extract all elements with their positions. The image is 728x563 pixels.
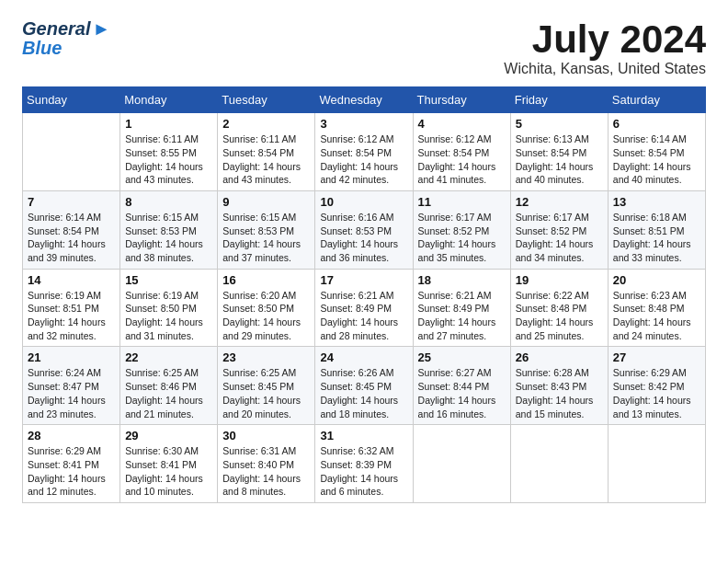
sunrise-text: Sunrise: 6:12 AM bbox=[320, 132, 407, 146]
daylight-text: Daylight: 14 hours and 35 minutes. bbox=[418, 237, 506, 264]
brand-general-text: General bbox=[22, 18, 90, 40]
sunrise-text: Sunrise: 6:31 AM bbox=[222, 444, 310, 458]
sunrise-text: Sunrise: 6:15 AM bbox=[222, 211, 310, 224]
daylight-text: Daylight: 14 hours and 20 minutes. bbox=[222, 394, 310, 420]
daylight-text: Daylight: 14 hours and 21 minutes. bbox=[125, 394, 212, 420]
daylight-text: Daylight: 14 hours and 18 minutes. bbox=[320, 394, 407, 420]
day-info: Sunrise: 6:20 AMSunset: 8:50 PMDaylight:… bbox=[222, 289, 310, 343]
calendar-cell: 19Sunrise: 6:22 AMSunset: 8:48 PMDayligh… bbox=[510, 269, 608, 347]
sunset-text: Sunset: 8:52 PM bbox=[418, 224, 506, 238]
sunrise-text: Sunrise: 6:32 AM bbox=[320, 444, 407, 458]
daylight-text: Daylight: 14 hours and 37 minutes. bbox=[222, 237, 310, 264]
sunrise-text: Sunrise: 6:14 AM bbox=[613, 132, 700, 146]
day-info: Sunrise: 6:27 AMSunset: 8:44 PMDaylight:… bbox=[418, 366, 506, 420]
sunrise-text: Sunrise: 6:25 AM bbox=[125, 366, 212, 380]
daylight-text: Daylight: 14 hours and 39 minutes. bbox=[28, 237, 115, 264]
calendar-cell: 23Sunrise: 6:25 AMSunset: 8:45 PMDayligh… bbox=[218, 347, 315, 425]
day-info: Sunrise: 6:26 AMSunset: 8:45 PMDaylight:… bbox=[320, 366, 407, 420]
day-number: 18 bbox=[418, 273, 506, 287]
daylight-text: Daylight: 14 hours and 16 minutes. bbox=[418, 394, 506, 420]
sunrise-text: Sunrise: 6:14 AM bbox=[28, 211, 115, 224]
day-number: 26 bbox=[516, 350, 603, 364]
day-info: Sunrise: 6:32 AMSunset: 8:39 PMDaylight:… bbox=[320, 444, 407, 499]
calendar-cell: 1Sunrise: 6:11 AMSunset: 8:55 PMDaylight… bbox=[120, 113, 218, 191]
column-header-friday: Friday bbox=[510, 87, 608, 113]
day-number: 12 bbox=[516, 195, 603, 209]
sunset-text: Sunset: 8:45 PM bbox=[222, 380, 310, 394]
sunrise-text: Sunrise: 6:22 AM bbox=[516, 289, 603, 303]
day-info: Sunrise: 6:21 AMSunset: 8:49 PMDaylight:… bbox=[418, 289, 506, 343]
daylight-text: Daylight: 14 hours and 43 minutes. bbox=[222, 160, 310, 187]
day-info: Sunrise: 6:11 AMSunset: 8:54 PMDaylight:… bbox=[222, 132, 310, 187]
day-number: 15 bbox=[125, 273, 212, 287]
day-number: 6 bbox=[613, 117, 700, 131]
calendar-week-row: 14Sunrise: 6:19 AMSunset: 8:51 PMDayligh… bbox=[23, 269, 706, 347]
day-info: Sunrise: 6:13 AMSunset: 8:54 PMDaylight:… bbox=[516, 132, 603, 187]
day-info: Sunrise: 6:16 AMSunset: 8:53 PMDaylight:… bbox=[320, 211, 407, 265]
day-number: 11 bbox=[418, 195, 506, 209]
sunset-text: Sunset: 8:53 PM bbox=[125, 224, 212, 238]
day-number: 3 bbox=[320, 117, 407, 131]
sunrise-text: Sunrise: 6:11 AM bbox=[125, 132, 212, 146]
daylight-text: Daylight: 14 hours and 40 minutes. bbox=[613, 160, 700, 187]
sunset-text: Sunset: 8:45 PM bbox=[320, 380, 407, 394]
calendar-cell: 31Sunrise: 6:32 AMSunset: 8:39 PMDayligh… bbox=[315, 425, 413, 503]
calendar-cell: 25Sunrise: 6:27 AMSunset: 8:44 PMDayligh… bbox=[413, 347, 510, 425]
daylight-text: Daylight: 14 hours and 27 minutes. bbox=[418, 316, 506, 342]
sunrise-text: Sunrise: 6:19 AM bbox=[125, 289, 212, 303]
sunrise-text: Sunrise: 6:21 AM bbox=[418, 289, 506, 303]
daylight-text: Daylight: 14 hours and 36 minutes. bbox=[320, 237, 407, 264]
day-info: Sunrise: 6:18 AMSunset: 8:51 PMDaylight:… bbox=[613, 211, 700, 265]
daylight-text: Daylight: 14 hours and 31 minutes. bbox=[125, 316, 212, 342]
day-number: 19 bbox=[516, 273, 603, 287]
daylight-text: Daylight: 14 hours and 12 minutes. bbox=[28, 472, 115, 499]
sunrise-text: Sunrise: 6:11 AM bbox=[222, 132, 310, 146]
column-header-wednesday: Wednesday bbox=[315, 87, 413, 113]
calendar-cell: 6Sunrise: 6:14 AMSunset: 8:54 PMDaylight… bbox=[608, 113, 705, 191]
calendar-cell: 22Sunrise: 6:25 AMSunset: 8:46 PMDayligh… bbox=[120, 347, 218, 425]
calendar-cell: 11Sunrise: 6:17 AMSunset: 8:52 PMDayligh… bbox=[413, 190, 510, 269]
sunset-text: Sunset: 8:53 PM bbox=[222, 224, 310, 238]
calendar-cell: 18Sunrise: 6:21 AMSunset: 8:49 PMDayligh… bbox=[413, 269, 510, 347]
sunset-text: Sunset: 8:54 PM bbox=[418, 146, 506, 160]
sunset-text: Sunset: 8:51 PM bbox=[28, 302, 115, 316]
calendar-cell: 10Sunrise: 6:16 AMSunset: 8:53 PMDayligh… bbox=[315, 190, 413, 269]
calendar-cell: 29Sunrise: 6:30 AMSunset: 8:41 PMDayligh… bbox=[120, 425, 218, 503]
sunrise-text: Sunrise: 6:25 AM bbox=[222, 366, 310, 380]
brand-arrow-icon: ► bbox=[92, 18, 110, 40]
sunrise-text: Sunrise: 6:29 AM bbox=[28, 444, 115, 458]
sunrise-text: Sunrise: 6:18 AM bbox=[613, 211, 700, 224]
sunset-text: Sunset: 8:48 PM bbox=[613, 302, 700, 316]
day-number: 29 bbox=[125, 429, 212, 442]
sunrise-text: Sunrise: 6:20 AM bbox=[222, 289, 310, 303]
sunset-text: Sunset: 8:54 PM bbox=[516, 146, 603, 160]
sunset-text: Sunset: 8:54 PM bbox=[320, 146, 407, 160]
day-number: 22 bbox=[125, 350, 212, 364]
sunset-text: Sunset: 8:46 PM bbox=[125, 380, 212, 394]
sunset-text: Sunset: 8:40 PM bbox=[222, 458, 310, 472]
calendar-cell: 21Sunrise: 6:24 AMSunset: 8:47 PMDayligh… bbox=[23, 347, 120, 425]
sunset-text: Sunset: 8:50 PM bbox=[222, 302, 310, 316]
calendar-cell: 4Sunrise: 6:12 AMSunset: 8:54 PMDaylight… bbox=[413, 113, 510, 191]
sunset-text: Sunset: 8:54 PM bbox=[28, 224, 115, 238]
daylight-text: Daylight: 14 hours and 24 minutes. bbox=[613, 316, 700, 342]
sunrise-text: Sunrise: 6:24 AM bbox=[28, 366, 115, 380]
sunset-text: Sunset: 8:41 PM bbox=[28, 458, 115, 472]
calendar-week-row: 21Sunrise: 6:24 AMSunset: 8:47 PMDayligh… bbox=[23, 347, 706, 425]
day-info: Sunrise: 6:22 AMSunset: 8:48 PMDaylight:… bbox=[516, 289, 603, 343]
sunset-text: Sunset: 8:49 PM bbox=[418, 302, 506, 316]
day-info: Sunrise: 6:15 AMSunset: 8:53 PMDaylight:… bbox=[125, 211, 212, 265]
sunrise-text: Sunrise: 6:13 AM bbox=[516, 132, 603, 146]
calendar-week-row: 28Sunrise: 6:29 AMSunset: 8:41 PMDayligh… bbox=[23, 425, 706, 503]
sunset-text: Sunset: 8:50 PM bbox=[125, 302, 212, 316]
page-subtitle: Wichita, Kansas, United States bbox=[504, 61, 706, 77]
sunrise-text: Sunrise: 6:12 AM bbox=[418, 132, 506, 146]
day-number: 13 bbox=[613, 195, 700, 209]
sunrise-text: Sunrise: 6:17 AM bbox=[418, 211, 506, 224]
column-header-saturday: Saturday bbox=[608, 87, 705, 113]
header: General ► Blue July 2024 Wichita, Kansas… bbox=[22, 18, 706, 77]
day-info: Sunrise: 6:17 AMSunset: 8:52 PMDaylight:… bbox=[516, 211, 603, 265]
daylight-text: Daylight: 14 hours and 34 minutes. bbox=[516, 237, 603, 264]
day-number: 9 bbox=[222, 195, 310, 209]
day-number: 27 bbox=[613, 350, 700, 364]
